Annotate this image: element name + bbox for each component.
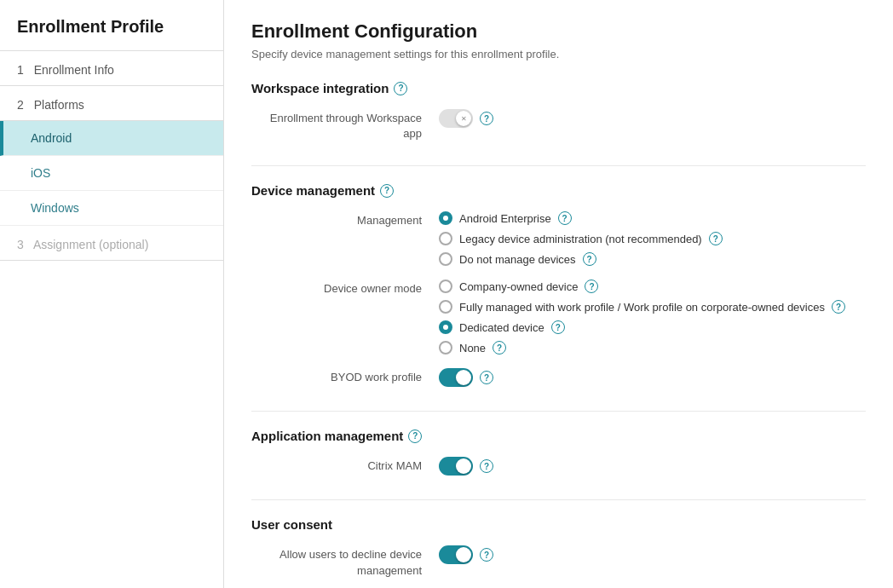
step-3-number: 3 (17, 238, 24, 251)
citrix-mam-toggle-knob (456, 458, 471, 474)
main-content: Enrollment Configuration Specify device … (224, 0, 893, 588)
page-subtitle: Specify device management settings for t… (251, 48, 866, 61)
citrix-mam-toggle[interactable] (439, 457, 473, 476)
device-owner-radio-fully-managed[interactable] (439, 300, 452, 314)
citrix-mam-label: Citrix MAM (251, 457, 439, 474)
sidebar-step-3: 3 Assignment (optional) (0, 226, 223, 261)
device-owner-radio-none[interactable] (439, 341, 452, 355)
application-management-title: Application management ? (251, 429, 866, 443)
device-owner-option-company[interactable]: Company-owned device ? (439, 280, 845, 293)
allow-decline-help-icon[interactable]: ? (480, 548, 493, 562)
device-owner-radio-dedicated[interactable] (439, 320, 452, 334)
byod-label: BYOD work profile (251, 368, 439, 385)
management-option-do-not-manage[interactable]: Do not manage devices ? (439, 252, 723, 266)
device-management-title: Device management ? (251, 183, 866, 198)
allow-decline-toggle-wrapper: ? (439, 545, 493, 564)
workspace-enrollment-toggle-wrapper: ✕ ? (439, 109, 493, 128)
device-owner-option-none[interactable]: None ? (439, 341, 845, 355)
legacy-help-icon[interactable]: ? (709, 232, 723, 245)
sidebar-step-1[interactable]: 1 Enrollment Info (0, 51, 223, 86)
step-1-number: 1 (17, 63, 24, 77)
fully-managed-help-icon[interactable]: ? (832, 300, 845, 314)
device-owner-option-fully-managed[interactable]: Fully managed with work profile / Work p… (439, 300, 845, 314)
sidebar: Enrollment Profile 1 Enrollment Info 2 P… (0, 0, 224, 588)
step-2-number: 2 (17, 98, 24, 112)
device-owner-option-dedicated[interactable]: Dedicated device ? (439, 320, 845, 334)
page-title: Enrollment Configuration (251, 20, 866, 43)
company-owned-help-icon[interactable]: ? (585, 280, 598, 293)
step-1-label: Enrollment Info (34, 63, 114, 77)
application-management-section: Application management ? Citrix MAM ? (251, 429, 866, 476)
management-option-legacy[interactable]: Legacy device administration (not recomm… (439, 232, 723, 245)
workspace-integration-section: Workspace integration ? Enrollment throu… (251, 81, 866, 141)
management-radio-legacy[interactable] (439, 232, 452, 245)
allow-decline-row: Allow users to decline device management… (251, 545, 866, 578)
android-enterprise-help-icon[interactable]: ? (558, 211, 572, 225)
device-owner-radio-company[interactable] (439, 280, 452, 293)
workspace-enrollment-label: Enrollment through Workspace app (251, 109, 439, 141)
allow-decline-label: Allow users to decline device management (251, 545, 439, 578)
workspace-enrollment-toggle[interactable]: ✕ (439, 109, 473, 128)
citrix-mam-toggle-wrapper: ? (439, 457, 493, 476)
step-3-label: Assignment (optional) (33, 238, 148, 251)
user-consent-section: User consent Allow users to decline devi… (251, 517, 866, 578)
dedicated-device-help-icon[interactable]: ? (551, 320, 565, 334)
workspace-enrollment-row: Enrollment through Workspace app ✕ ? (251, 109, 866, 141)
divider-3 (251, 499, 866, 500)
divider-1 (251, 165, 866, 166)
none-help-icon[interactable]: ? (493, 341, 506, 355)
user-consent-title: User consent (251, 517, 866, 532)
divider-2 (251, 411, 866, 412)
allow-decline-toggle-knob (456, 547, 471, 562)
sidebar-item-ios[interactable]: iOS (0, 156, 223, 191)
device-owner-label: Device owner mode (251, 280, 439, 297)
byod-row: BYOD work profile ? (251, 368, 866, 387)
citrix-mam-help-icon[interactable]: ? (480, 459, 493, 473)
management-radio-android-enterprise[interactable] (439, 211, 452, 225)
sidebar-title: Enrollment Profile (0, 0, 223, 51)
management-label: Management (251, 211, 439, 228)
management-radio-do-not-manage[interactable] (439, 252, 452, 266)
step-2-label: Platforms (34, 98, 84, 112)
do-not-manage-help-icon[interactable]: ? (583, 252, 596, 266)
device-management-help-icon[interactable]: ? (380, 184, 394, 198)
byod-toggle-knob (456, 370, 471, 385)
device-management-section: Device management ? Management Android E… (251, 183, 866, 387)
workspace-enrollment-help-icon[interactable]: ? (480, 112, 493, 125)
application-management-help-icon[interactable]: ? (408, 429, 422, 443)
device-owner-row: Device owner mode Company-owned device ?… (251, 280, 866, 355)
workspace-integration-title: Workspace integration ? (251, 81, 866, 95)
citrix-mam-row: Citrix MAM ? (251, 457, 866, 476)
workspace-toggle-knob: ✕ (456, 111, 471, 126)
sidebar-item-windows[interactable]: Windows (0, 191, 223, 226)
byod-toggle-wrapper: ? (439, 368, 493, 387)
sidebar-item-android[interactable]: Android (0, 121, 223, 156)
workspace-integration-help-icon[interactable]: ? (394, 82, 407, 95)
sidebar-step-2[interactable]: 2 Platforms (0, 86, 223, 121)
byod-help-icon[interactable]: ? (480, 371, 493, 384)
byod-toggle[interactable] (439, 368, 473, 387)
allow-decline-toggle[interactable] (439, 545, 473, 564)
management-row: Management Android Enterprise ? Legacy d… (251, 211, 866, 266)
management-option-android-enterprise[interactable]: Android Enterprise ? (439, 211, 723, 225)
